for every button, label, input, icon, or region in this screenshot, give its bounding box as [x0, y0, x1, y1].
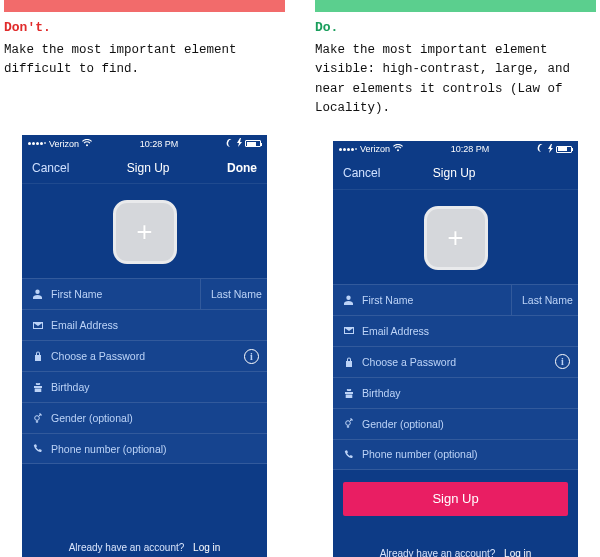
avatar-upload[interactable]: +: [113, 200, 177, 264]
gender-input[interactable]: [362, 418, 568, 430]
signal-dots-icon: [339, 148, 357, 151]
wifi-icon: [82, 139, 92, 149]
mail-icon: [343, 327, 354, 334]
clock-label: 10:28 PM: [140, 139, 179, 149]
done-button[interactable]: Done: [227, 161, 257, 175]
nav-title: Sign Up: [433, 166, 476, 180]
info-icon[interactable]: i: [555, 354, 570, 369]
email-input[interactable]: [362, 325, 568, 337]
do-bar: [315, 0, 596, 12]
avatar-upload[interactable]: +: [424, 206, 488, 270]
phone-input[interactable]: [51, 443, 257, 455]
lock-icon: [343, 357, 354, 367]
plus-icon: +: [136, 216, 152, 248]
plus-icon: +: [447, 222, 463, 254]
person-icon: [343, 295, 354, 305]
carrier-label: Verizon: [360, 144, 390, 154]
birthday-input[interactable]: [362, 387, 568, 399]
first-name-input[interactable]: [362, 294, 493, 306]
gift-icon: [32, 382, 43, 392]
mail-icon: [32, 322, 43, 329]
navbar: Cancel Sign Up: [333, 158, 578, 190]
battery-icon: [245, 140, 261, 147]
gender-input[interactable]: [51, 412, 257, 424]
phone-input[interactable]: [362, 448, 568, 460]
bolt-icon: [548, 144, 553, 155]
login-link[interactable]: Log in: [504, 548, 531, 558]
cancel-button[interactable]: Cancel: [343, 166, 380, 180]
carrier-label: Verizon: [49, 139, 79, 149]
gift-icon: [343, 388, 354, 398]
nav-title: Sign Up: [127, 161, 170, 175]
cancel-button[interactable]: Cancel: [32, 161, 69, 175]
do-tag: Do.: [315, 20, 596, 35]
phone-icon: [32, 444, 43, 453]
person-icon: [32, 289, 43, 299]
do-desc: Make the most important element visible:…: [315, 41, 596, 119]
phone-do: Verizon 10:28 PM Cancel: [333, 141, 578, 558]
moon-icon: [537, 144, 545, 154]
login-link[interactable]: Log in: [193, 542, 220, 553]
navbar: Cancel Sign Up Done: [22, 152, 267, 184]
signal-dots-icon: [28, 142, 46, 145]
already-label: Already have an account?: [380, 548, 496, 558]
dont-bar: [4, 0, 285, 12]
status-bar: Verizon 10:28 PM: [333, 141, 578, 158]
clock-label: 10:28 PM: [451, 144, 490, 154]
email-input[interactable]: [51, 319, 257, 331]
info-icon[interactable]: i: [244, 349, 259, 364]
password-input[interactable]: [362, 356, 568, 368]
bolt-icon: [237, 138, 242, 149]
lock-icon: [32, 351, 43, 361]
gender-icon: [32, 413, 43, 424]
signup-button[interactable]: Sign Up: [343, 482, 568, 516]
phone-icon: [343, 450, 354, 459]
status-bar: Verizon 10:28 PM: [22, 135, 267, 152]
password-input[interactable]: [51, 350, 257, 362]
phone-dont: Verizon 10:28 PM Cancel: [22, 135, 267, 557]
last-name-input[interactable]: [522, 294, 600, 306]
already-label: Already have an account?: [69, 542, 185, 553]
first-name-input[interactable]: [51, 288, 182, 300]
dont-tag: Don't.: [4, 20, 285, 35]
birthday-input[interactable]: [51, 381, 257, 393]
moon-icon: [226, 139, 234, 149]
gender-icon: [343, 418, 354, 429]
wifi-icon: [393, 144, 403, 154]
last-name-input[interactable]: [211, 288, 342, 300]
battery-icon: [556, 146, 572, 153]
dont-desc: Make the most important element difficul…: [4, 41, 285, 113]
